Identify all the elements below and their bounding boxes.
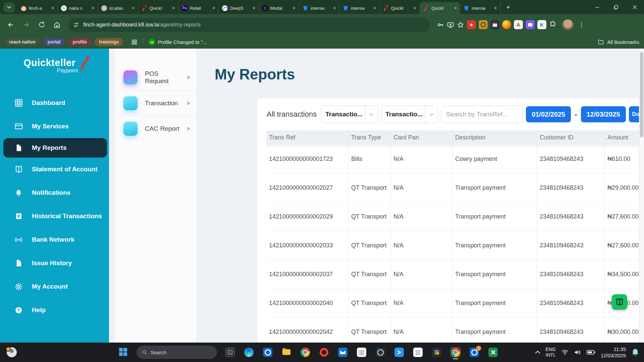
forward-button[interactable] [19, 18, 33, 32]
install-app-icon[interactable] [447, 21, 454, 28]
tab-close-icon[interactable]: × [291, 5, 297, 11]
sidebar-item-my-reports[interactable]: My Reports [3, 138, 107, 158]
tab-interswitch-3[interactable]: intersw × [460, 2, 500, 14]
address-bar[interactable]: finch-agent-dashboard.k8.isw.la/agent/my… [68, 18, 430, 32]
task-view-button[interactable] [225, 347, 235, 358]
tab-finch[interactable]: finch-a × [17, 2, 58, 14]
apps-grid-icon[interactable] [131, 39, 138, 45]
date-from-button[interactable]: 01/02/2025 [526, 106, 571, 122]
taskbar-search[interactable]: Search [137, 346, 217, 359]
whatsapp-button[interactable] [375, 347, 386, 358]
table-row[interactable]: 1421000000000002037 QT Transport N/A Tra… [266, 260, 639, 289]
chrome-active-button[interactable] [450, 347, 461, 358]
excel-button[interactable] [488, 347, 498, 358]
file-explorer-button[interactable] [281, 347, 292, 358]
table-row[interactable]: 1421000000000002033 QT Transport N/A Tra… [266, 231, 639, 260]
chrome-button[interactable] [300, 347, 311, 358]
tab-close-icon[interactable]: × [90, 5, 96, 11]
tab-close-icon[interactable]: × [251, 5, 257, 11]
sidebar-item-statement-of-account[interactable]: Statement of Account [0, 158, 109, 181]
photos-button[interactable] [431, 347, 442, 358]
maximize-button[interactable] [606, 0, 625, 14]
tab-close-icon[interactable]: × [372, 5, 377, 11]
tab-close-icon[interactable]: × [332, 5, 337, 11]
vscode-button[interactable] [394, 347, 405, 358]
start-button[interactable] [118, 347, 129, 358]
extension-calendar-icon[interactable] [490, 20, 499, 29]
sidebar-item-notifications[interactable]: Notifications [0, 181, 109, 204]
submenu-item-cac-report[interactable]: CAC Report [114, 116, 197, 141]
column-header-customer-id[interactable]: Customer ID [537, 130, 604, 145]
tab-retail[interactable]: Retail × [178, 2, 219, 14]
bookmark-star-icon[interactable] [457, 21, 464, 28]
table-row[interactable]: 1421000000000002029 QT Transport N/A Tra… [266, 202, 639, 231]
home-button[interactable] [50, 18, 64, 32]
tab-close-icon[interactable]: × [50, 5, 55, 11]
table-row[interactable]: 1421000000000001723 Bills N/A Cowry paym… [266, 145, 639, 174]
tab-deepseek[interactable]: DeepS × [219, 2, 259, 14]
sidebar-item-historical-transactions[interactable]: Historical Transactions [0, 204, 109, 228]
volume-icon[interactable] [574, 349, 581, 355]
bookmark-upwork-profile[interactable]: Profile Changed to "... [149, 39, 207, 45]
column-header-card-pan[interactable]: Card Pan [390, 130, 452, 145]
sidebar-item-help[interactable]: Help [0, 298, 109, 322]
tab-idatlas[interactable]: id.atlas × [98, 2, 138, 14]
tab-close-icon[interactable]: × [171, 5, 176, 11]
wifi-icon[interactable] [561, 349, 569, 355]
tab-group-react-native[interactable]: react-native [5, 38, 40, 46]
column-header-description[interactable]: Description [452, 130, 537, 145]
minimize-button[interactable] [588, 0, 606, 14]
transaction-status-dropdown[interactable]: Transactio... [381, 106, 438, 123]
page-scrollbar[interactable] [639, 49, 644, 343]
opera-button[interactable] [319, 347, 329, 358]
date-to-button[interactable]: 12/03/2025 [581, 106, 626, 122]
tab-quickteller-1[interactable]: Quickt × [138, 2, 178, 14]
tab-quickteller-2[interactable]: Quickt × [380, 2, 420, 14]
extension-letter-a-icon[interactable] [514, 20, 523, 29]
outlook-button[interactable] [262, 347, 273, 358]
table-row[interactable]: 1421000000000002042 QT Transport N/A Tra… [266, 318, 639, 343]
download-button[interactable]: Down [629, 106, 639, 122]
extension-chat-icon[interactable] [526, 20, 535, 29]
table-row[interactable]: 1421000000000002027 QT Transport N/A Tra… [266, 174, 639, 202]
extension-avg-icon[interactable] [467, 20, 476, 29]
sidebar-item-dashboard[interactable]: Dashboard [0, 91, 109, 115]
tab-quickteller-active[interactable]: Quickt × [420, 2, 460, 14]
submenu-item-transaction[interactable]: Transaction [114, 90, 197, 116]
tab-close-icon[interactable]: × [412, 5, 418, 11]
mail-button[interactable] [337, 347, 348, 358]
password-key-icon[interactable] [437, 21, 444, 28]
back-button[interactable] [4, 18, 17, 32]
floating-book-widget[interactable] [612, 294, 627, 310]
profile-avatar[interactable] [562, 19, 574, 31]
close-window-button[interactable] [625, 0, 644, 14]
taskbar-clock[interactable]: 11:35 12/03/2025 [601, 346, 626, 359]
new-tab-button[interactable]: + [503, 2, 513, 12]
edge-button[interactable] [244, 347, 254, 358]
sidebar-item-bank-network[interactable]: Bank Network [0, 228, 109, 251]
transaction-type-dropdown[interactable]: Transactio... [321, 106, 378, 123]
tab-close-icon[interactable]: × [130, 5, 136, 11]
sidebar-item-my-account[interactable]: My Account [0, 275, 109, 298]
all-bookmarks-button[interactable]: All Bookmarks [598, 39, 639, 45]
firefox-icon[interactable] [502, 20, 511, 29]
menu-kebab-icon[interactable] [578, 21, 585, 28]
tab-close-icon[interactable]: × [493, 5, 498, 11]
tab-search-button[interactable] [3, 2, 15, 12]
document-button[interactable] [413, 347, 423, 358]
reload-button[interactable] [35, 18, 48, 32]
language-indicator[interactable]: ENG INTL [546, 347, 556, 358]
tab-interswitch-1[interactable]: intersw × [299, 2, 339, 14]
outlook-badged-button[interactable]: 1 [469, 347, 480, 358]
tab-interswitch-2[interactable]: intersw × [339, 2, 380, 14]
tab-group-profile[interactable]: profile [68, 38, 91, 46]
battery-icon[interactable] [587, 350, 595, 355]
column-header-trans-ref[interactable]: Trans Ref [266, 130, 348, 145]
extension-k-icon[interactable] [537, 20, 546, 29]
tab-group-portal[interactable]: portal [43, 38, 65, 46]
tab-close-icon[interactable]: × [211, 5, 216, 11]
notepad-button[interactable] [356, 347, 367, 358]
taskbar-profile-icon[interactable] [7, 347, 17, 357]
column-header-trans-type[interactable]: Trans Type [348, 130, 390, 145]
sidebar-item-issue-history[interactable]: Issue History [0, 251, 109, 275]
